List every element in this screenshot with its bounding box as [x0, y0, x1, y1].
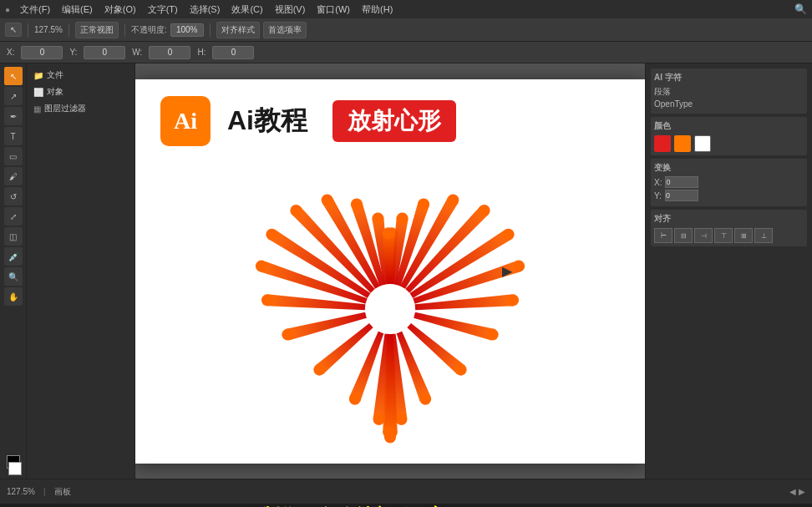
opacity-label: 不透明度:	[131, 24, 167, 36]
svg-point-10	[455, 363, 467, 375]
swatch-white[interactable]	[694, 135, 711, 152]
svg-point-2	[397, 212, 409, 224]
panel-transform: 变换 X: Y:	[651, 159, 807, 206]
tool-pen[interactable]: ✒	[4, 107, 23, 125]
svg-point-4	[447, 194, 459, 205]
svg-point-9	[487, 328, 499, 340]
svg-point-6	[503, 228, 515, 240]
panel-align-title: 对齐	[654, 213, 804, 225]
align-center-h[interactable]: ⊟	[674, 228, 693, 243]
svg-point-26	[372, 212, 383, 224]
menu-help[interactable]: 帮助(H)	[357, 3, 398, 16]
tx-label: X:	[654, 178, 662, 187]
svg-point-8	[507, 294, 519, 306]
svg-point-27	[383, 227, 394, 239]
toolbar: ↖ 127.5% 正常视图 不透明度: 对齐样式 首选项率	[0, 18, 812, 42]
tool-scale[interactable]: ⤢	[4, 207, 23, 226]
svg-point-3	[418, 198, 429, 210]
align-bottom[interactable]: ⊥	[754, 228, 773, 243]
swatch-red[interactable]	[654, 135, 671, 152]
menu-text[interactable]: 文字(T)	[143, 3, 183, 16]
x-input[interactable]	[21, 46, 63, 59]
swatch-orange[interactable]	[674, 135, 691, 152]
artboard: Ai Ai教程 放射心形	[135, 79, 645, 464]
align-right[interactable]: ⊣	[694, 228, 713, 243]
y-input[interactable]	[84, 46, 125, 59]
align-top[interactable]: ⊤	[714, 228, 733, 243]
search-icon[interactable]: 🔍	[794, 3, 807, 15]
w-input[interactable]	[149, 46, 190, 59]
layer-file[interactable]: 📁 文件	[30, 67, 131, 84]
menu-effect[interactable]: 效果(C)	[226, 3, 267, 16]
tool-hand[interactable]: ✋	[4, 287, 23, 306]
artboard-label: 画板	[54, 486, 71, 498]
transform-row-2: Y:	[654, 190, 804, 201]
svg-point-20	[261, 294, 273, 306]
panel-row-opentype: OpenType	[654, 99, 804, 109]
menu-file[interactable]: 文件(F)	[15, 3, 55, 16]
artboard-header: Ai Ai教程 放射心形	[135, 79, 645, 155]
menu-select[interactable]: 选择(S)	[185, 3, 226, 16]
stroke-color[interactable]	[8, 462, 22, 475]
menu-view[interactable]: 视图(V)	[270, 3, 311, 16]
bottom-bar: 127.5% | 画板 ◀ ▶	[0, 479, 812, 504]
panel-align: 对齐 ⊢ ⊟ ⊣ ⊤ ⊞ ⊥	[651, 210, 807, 246]
tool-zoom[interactable]: 🔍	[4, 267, 23, 286]
artboard-subtitle: 放射心形	[332, 100, 456, 142]
view-controls: ◀ ▶	[789, 487, 805, 496]
status-bar: Ai里制作一个放射心形图案 中 60% 57°C 21:09 2023/11/2	[0, 504, 812, 507]
separator	[28, 23, 28, 37]
ty-label: Y:	[654, 191, 662, 200]
h-input[interactable]	[212, 46, 254, 59]
filter-icon: ▦	[33, 104, 41, 114]
menu-edit[interactable]: 编辑(E)	[57, 3, 98, 16]
transform-row-1: X:	[654, 176, 804, 188]
layer-filter[interactable]: ▦ 图层过滤器	[30, 100, 131, 117]
paragraph-label: 段落	[654, 86, 671, 98]
panel-properties: AI 字符 段落 OpenType	[651, 68, 807, 114]
layer-object[interactable]: ⬜ 对象	[30, 84, 131, 100]
x-label: X:	[7, 48, 14, 57]
tool-type[interactable]: T	[4, 127, 23, 145]
tool-gradient[interactable]: ◫	[4, 227, 23, 246]
menu-object[interactable]: 对象(O)	[99, 3, 141, 16]
svg-point-22	[266, 228, 277, 240]
align-btn[interactable]: 首选项率	[263, 22, 307, 38]
separator2	[69, 23, 69, 37]
ty-input[interactable]	[665, 190, 698, 201]
app-icon: ●	[5, 5, 10, 14]
cursor-indicator: ▶	[502, 263, 512, 279]
canvas-area[interactable]: Ai Ai教程 放射心形	[135, 63, 645, 479]
svg-point-12	[395, 413, 407, 425]
tool-eyedropper[interactable]: 💉	[4, 247, 23, 266]
tool-select[interactable]: ↖	[4, 67, 23, 85]
opentype-label: OpenType	[654, 99, 693, 109]
svg-point-17	[349, 393, 361, 404]
svg-point-15	[383, 426, 394, 438]
tx-input[interactable]	[665, 176, 698, 188]
separator3	[124, 23, 125, 37]
tool-rotate[interactable]: ↺	[4, 187, 23, 205]
layers-panel: 📁 文件 ⬜ 对象 ▦ 图层过滤器	[27, 63, 135, 479]
align-style[interactable]: 对齐样式	[216, 22, 260, 38]
properties-bar: X: Y: W: H:	[0, 42, 812, 63]
ai-logo: Ai	[160, 96, 211, 146]
align-center-v[interactable]: ⊞	[734, 228, 753, 243]
color-swatches	[654, 135, 804, 152]
panel-row-para: 段落	[654, 86, 804, 98]
svg-point-18	[313, 363, 325, 375]
opacity-input[interactable]	[170, 23, 204, 37]
separator4	[210, 23, 211, 37]
tool-direct-select[interactable]: ↗	[4, 87, 23, 105]
tool-shape[interactable]: ▭	[4, 147, 23, 165]
svg-point-23	[290, 204, 302, 215]
svg-point-5	[479, 204, 490, 215]
align-left[interactable]: ⊢	[654, 228, 672, 243]
menu-window[interactable]: 窗口(W)	[312, 3, 355, 16]
tool-move[interactable]: ↖	[5, 23, 22, 37]
heart-svg	[231, 163, 549, 447]
tool-brush[interactable]: 🖌	[4, 167, 23, 185]
heart-container	[135, 163, 645, 447]
view-mode[interactable]: 正常视图	[75, 22, 119, 38]
svg-point-25	[351, 198, 363, 210]
